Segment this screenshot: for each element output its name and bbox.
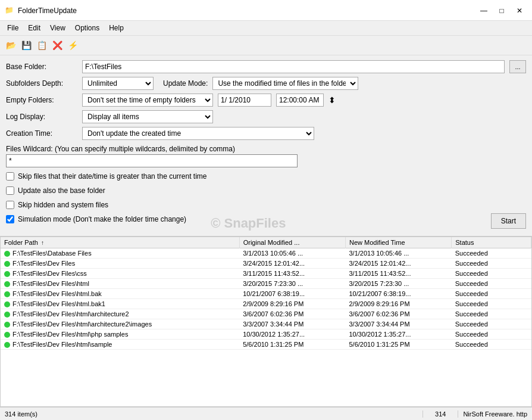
status-dot <box>4 271 10 277</box>
menu-options[interactable]: Options <box>70 22 104 34</box>
empty-folders-label: Empty Folders: <box>6 96 77 104</box>
table-row: F:\TestFiles\Dev Files\html 3/20/2015 7:… <box>1 278 531 288</box>
table-body: F:\TestFiles\Database Files 3/1/2013 10:… <box>1 248 531 350</box>
col-header-orig[interactable]: Original Modified ... <box>239 237 345 248</box>
log-display-label: Log Display: <box>6 113 77 121</box>
cell-status: Succeeded <box>452 248 531 258</box>
status-dot <box>4 251 10 257</box>
status-dot <box>4 332 10 338</box>
subfolders-label: Subfolders Depth: <box>6 79 77 88</box>
cell-orig: 5/6/2010 1:31:25 PM <box>239 340 345 350</box>
cell-path: F:\TestFiles\Database Files <box>1 248 239 258</box>
menu-edit[interactable]: Edit <box>23 22 45 34</box>
cell-orig: 3/3/2007 3:34:44 PM <box>239 319 345 329</box>
cell-orig: 3/6/2007 6:02:36 PM <box>239 309 345 319</box>
skip-hidden-checkbox[interactable] <box>6 201 14 209</box>
empty-folders-select[interactable]: Don't set the time of empty folders Set … <box>82 94 213 107</box>
status-dot <box>4 281 10 287</box>
base-folder-input[interactable] <box>82 60 505 73</box>
toolbar: 📂 💾 📋 ❌ ⚡ <box>0 36 532 55</box>
start-section: Start <box>491 211 526 231</box>
table-row: F:\TestFiles\Dev Files\html\php samples … <box>1 329 531 340</box>
skip-hidden-label[interactable]: Skip hidden and system files <box>18 201 108 209</box>
skip-greater-time-label[interactable]: Skip files that their date/time is great… <box>18 172 206 181</box>
menu-file[interactable]: File <box>2 22 23 34</box>
cell-new: 10/30/2012 1:35:27... <box>345 329 451 340</box>
menu-view[interactable]: View <box>45 22 70 34</box>
maximize-button[interactable]: □ <box>494 5 509 17</box>
statusbar-items: 314 item(s) <box>5 410 418 418</box>
cell-new: 5/6/2010 1:31:25 PM <box>345 340 451 350</box>
menu-help[interactable]: Help <box>104 22 129 34</box>
table-row: F:\TestFiles\Database Files 3/1/2013 10:… <box>1 248 531 258</box>
subfolders-select[interactable]: Unlimited 1 2 3 <box>82 77 154 90</box>
titlebar: 📁 FolderTimeUpdate — □ ✕ <box>0 0 532 21</box>
cell-path: F:\TestFiles\Dev Files\html <box>1 278 239 288</box>
wildcard-label: Files Wildcard: (You can specify multipl… <box>6 145 526 153</box>
simulation-mode-label[interactable]: Simulation mode (Don't make the folder t… <box>18 215 186 223</box>
cell-orig: 2/9/2009 8:29:16 PM <box>239 298 345 309</box>
toolbar-run[interactable]: ⚡ <box>65 38 80 52</box>
cell-new: 10/21/2007 6:38:19... <box>345 288 451 298</box>
cell-new: 3/1/2013 10:05:46 ... <box>345 248 451 258</box>
results-table-container[interactable]: Folder Path ↑ Original Modified ... New … <box>0 237 532 407</box>
cell-new: 3/3/2007 3:34:44 PM <box>345 319 451 329</box>
col-header-status[interactable]: Status <box>452 237 531 248</box>
toolbar-delete[interactable]: ❌ <box>50 38 64 52</box>
toolbar-save[interactable]: 💾 <box>19 38 33 52</box>
minimize-button[interactable]: — <box>476 5 492 17</box>
app-icon: 📁 <box>5 6 14 15</box>
cell-orig: 10/21/2007 6:38:19... <box>239 288 345 298</box>
status-dot <box>4 342 10 348</box>
base-folder-label: Base Folder: <box>6 63 77 71</box>
cell-status: Succeeded <box>452 329 531 340</box>
cell-new: 3/6/2007 6:02:36 PM <box>345 309 451 319</box>
status-dot <box>4 261 10 267</box>
time-spinner[interactable]: ⬍ <box>328 95 336 105</box>
table-header-row: Folder Path ↑ Original Modified ... New … <box>1 237 531 248</box>
cell-path: F:\TestFiles\Dev Files\html.bak <box>1 288 239 298</box>
cell-new: 2/9/2009 8:29:16 PM <box>345 298 451 309</box>
main-content: Base Folder: ... Subfolders Depth: Unlim… <box>0 55 532 236</box>
update-base-folder-checkbox[interactable] <box>6 186 14 195</box>
toolbar-open[interactable]: 📂 <box>4 38 18 52</box>
browse-button[interactable]: ... <box>509 60 526 73</box>
close-button[interactable]: ✕ <box>512 5 527 17</box>
creation-time-select[interactable]: Don't update the created time Update the… <box>82 127 314 140</box>
table-row: F:\TestFiles\Dev Files\html\architecture… <box>1 309 531 319</box>
skip-greater-time-checkbox[interactable] <box>6 172 14 181</box>
table-row: F:\TestFiles\Dev Files\html\architecture… <box>1 319 531 329</box>
wildcard-section: Files Wildcard: (You can specify multipl… <box>6 145 526 167</box>
empty-folders-row: Empty Folders: Don't set the time of emp… <box>6 94 526 107</box>
cell-path: F:\TestFiles\Dev Files <box>1 258 239 268</box>
table-row: F:\TestFiles\Dev Files\html\sample 5/6/2… <box>1 340 531 350</box>
log-display-select[interactable]: Display all items Display only errors Di… <box>82 110 213 123</box>
start-button[interactable]: Start <box>491 213 526 229</box>
cell-orig: 3/20/2015 7:23:30 ... <box>239 278 345 288</box>
col-header-path[interactable]: Folder Path ↑ <box>1 237 239 248</box>
window-controls: — □ ✕ <box>476 5 527 17</box>
toolbar-copy[interactable]: 📋 <box>35 38 49 52</box>
update-mode-label: Update Mode: <box>163 79 208 88</box>
status-dot <box>4 322 10 328</box>
empty-date-input[interactable] <box>218 94 271 107</box>
update-mode-select[interactable]: Use the modified time of files in the fo… <box>212 77 358 90</box>
table-row: F:\TestFiles\Dev Files 3/24/2015 12:01:4… <box>1 258 531 268</box>
checkbox-row-4: Simulation mode (Don't make the folder t… <box>6 215 526 223</box>
cell-path: F:\TestFiles\Dev Files\html\architecture… <box>1 319 239 329</box>
creation-time-row: Creation Time: Don't update the created … <box>6 127 526 140</box>
status-dot <box>4 312 10 318</box>
update-base-folder-label[interactable]: Update also the base folder <box>18 186 105 195</box>
col-header-new[interactable]: New Modified Time <box>345 237 451 248</box>
cell-path: F:\TestFiles\Dev Files\html\architecture… <box>1 309 239 319</box>
cell-status: Succeeded <box>452 309 531 319</box>
wildcard-input[interactable] <box>6 154 298 167</box>
cell-new: 3/20/2015 7:23:30 ... <box>345 278 451 288</box>
status-dot <box>4 291 10 297</box>
cell-path: F:\TestFiles\Dev Files\html.bak1 <box>1 298 239 309</box>
cell-status: Succeeded <box>452 340 531 350</box>
empty-time-input[interactable] <box>276 94 324 107</box>
checkbox-row-3: Skip hidden and system files <box>6 201 526 209</box>
status-dot <box>4 301 10 307</box>
simulation-mode-checkbox[interactable] <box>6 215 14 223</box>
